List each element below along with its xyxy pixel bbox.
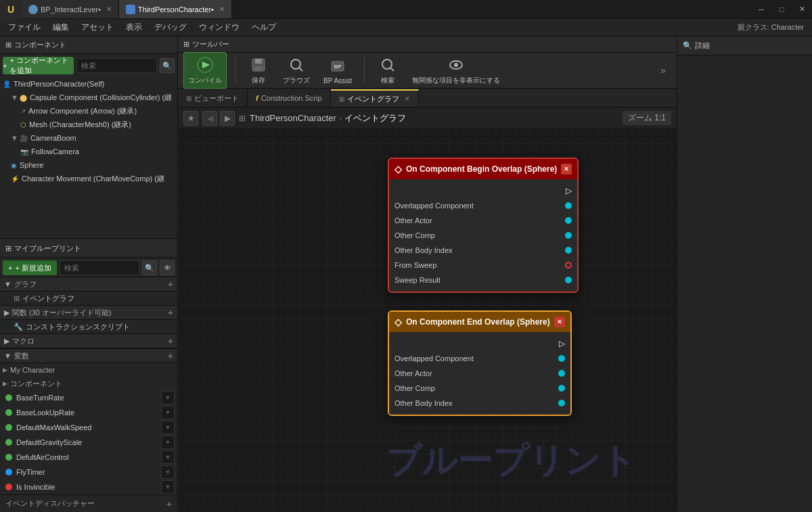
- tab-close-thirdperson[interactable]: ✕: [219, 5, 225, 13]
- var-eye-defultaircontrol[interactable]: ▼: [161, 450, 175, 464]
- tree-item-capsule[interactable]: ▼ ⬤ Capsule Component (CollisionCylinder…: [0, 91, 177, 104]
- nav-forward-button[interactable]: ▶: [220, 111, 235, 126]
- functions-section[interactable]: ▶ 関数 (30 オーバーライド可能) +: [0, 305, 177, 320]
- var-item-baselookuprate[interactable]: BaseLookUpRate ▼: [0, 405, 177, 420]
- tab-viewport[interactable]: ⊞ ビューポート: [178, 89, 248, 107]
- blueprint-grid-icon: ⊞: [5, 244, 12, 253]
- compile-icon: [196, 55, 215, 74]
- component-tree: 👤 ThirdPersonCharacter(Self) ▼ ⬤ Capsule…: [0, 76, 177, 237]
- node-end-overlap-close-button[interactable]: ✕: [554, 317, 565, 327]
- blueprint-search-input[interactable]: [60, 260, 139, 275]
- macros-add-icon[interactable]: +: [168, 335, 173, 346]
- tree-item-sphere[interactable]: ◉ Sphere: [0, 158, 177, 172]
- minimize-button[interactable]: ─: [751, 0, 771, 19]
- browse-button[interactable]: ブラウズ: [279, 53, 314, 88]
- begin-overlap-pin-5-label: Sweep Result: [394, 276, 441, 284]
- functions-add-icon[interactable]: +: [168, 307, 173, 318]
- tree-item-arrow[interactable]: ↗ Arrow Component (Arrow) (継承): [0, 104, 177, 118]
- search-btn[interactable]: 検索: [373, 53, 403, 88]
- graph-add-icon[interactable]: +: [168, 279, 173, 289]
- toolbar-more-button[interactable]: »: [655, 57, 671, 84]
- bc-eventgraph[interactable]: イベントグラフ: [344, 112, 406, 124]
- component-search-input[interactable]: [76, 58, 157, 73]
- var-eye-defaultmaxwalkspeed[interactable]: ▼: [161, 421, 175, 434]
- bp-search-button[interactable]: 🔍: [142, 260, 157, 275]
- tab-bp-interact[interactable]: BP_InteractLever• ✕: [22, 0, 119, 18]
- capsule-icon: ⬤: [20, 94, 27, 101]
- new-add-button[interactable]: + + 新規追加: [3, 260, 57, 275]
- hide-unrelated-button[interactable]: 無関係な項目を非表示にする: [408, 53, 504, 88]
- tab-close-bp-interact[interactable]: ✕: [106, 5, 112, 13]
- tab-construction[interactable]: f Construction Scrip: [248, 89, 331, 107]
- var-item-flytimer[interactable]: FlyTimer ▼: [0, 465, 177, 480]
- save-label: 保存: [252, 76, 265, 85]
- menu-asset[interactable]: アセット: [76, 20, 119, 34]
- var-eye-flytimer[interactable]: ▼: [161, 465, 175, 479]
- tree-item-movement[interactable]: ⚡ Character Movement (CharMoveComp) (継: [0, 172, 177, 185]
- menu-file[interactable]: ファイル: [3, 20, 46, 34]
- construction-tab-f-icon: f: [256, 94, 258, 102]
- tree-item-cameraboom[interactable]: ▼ 🎥 CameraBoom: [0, 131, 177, 145]
- nav-back-button[interactable]: ◀: [202, 111, 217, 126]
- var-label-baselookuprate: BaseLookUpRate: [16, 409, 74, 417]
- tab-icon-thirdperson: [126, 5, 135, 14]
- variables-section-header[interactable]: ▼ 変数 +: [0, 348, 177, 363]
- begin-overlap-pin-3-label: Other Body Index: [394, 246, 453, 254]
- event-dispatcher-add-button[interactable]: +: [166, 498, 172, 509]
- maximize-button[interactable]: □: [771, 0, 792, 19]
- graph-section[interactable]: ▼ グラフ +: [0, 277, 177, 292]
- var-item-defaultgravityscale[interactable]: DefaultGravityScale ▼: [0, 435, 177, 450]
- macros-section[interactable]: ▶ マクロ +: [0, 333, 177, 348]
- bp-canvas[interactable]: ◇ On Component Begin Overlap (Sphere) ✕ …: [178, 129, 677, 512]
- var-item-defultaircontrol[interactable]: DefultAirControl ▼: [0, 450, 177, 465]
- add-component-label: + コンポーネントを追加: [9, 55, 74, 76]
- capsule-arrow: ▼: [11, 93, 18, 101]
- begin-overlap-pin-0: Overlapped Component: [389, 198, 577, 213]
- var-label-is-invincible: Is Invincible: [16, 483, 55, 491]
- tree-item-self[interactable]: 👤 ThirdPersonCharacter(Self): [0, 77, 177, 91]
- event-dispatcher-section[interactable]: イベントディスパッチャー +: [0, 494, 177, 512]
- menu-window[interactable]: ウィンドウ: [194, 20, 245, 34]
- details-panel: 🔍 詳細: [677, 37, 812, 512]
- components-label: コンポーネント: [14, 40, 66, 50]
- var-eye-baseturnrate[interactable]: ▼: [161, 391, 175, 404]
- node-begin-overlap-close-button[interactable]: ✕: [561, 164, 572, 174]
- component-search-button[interactable]: 🔍: [160, 58, 175, 73]
- begin-overlap-exec-out-icon: ▷: [566, 186, 572, 195]
- var-item-defaultmaxwalkspeed[interactable]: DefaultMaxWalkSpeed ▼: [0, 420, 177, 435]
- tree-item-mesh[interactable]: ⬡ Mesh (CharacterMesh0) (継承): [0, 118, 177, 131]
- arrow-comp-icon: ↗: [20, 108, 26, 115]
- var-item-is-invincible[interactable]: Is Invincible ▼: [0, 480, 177, 494]
- bp-assist-label: BP Assist: [323, 77, 352, 85]
- tree-item-followcam[interactable]: 📷 FollowCamera: [0, 145, 177, 158]
- var-eye-baselookuprate[interactable]: ▼: [161, 406, 175, 419]
- svg-rect-3: [254, 66, 263, 70]
- macros-arrow: ▶: [4, 337, 9, 346]
- eventgraph-item[interactable]: ⊞ イベントグラフ: [0, 292, 177, 305]
- save-button[interactable]: 保存: [244, 53, 273, 88]
- tab-thirdperson[interactable]: ThirdPersonCharacter• ✕: [119, 0, 232, 18]
- compile-button[interactable]: コンパイル: [183, 52, 227, 89]
- variables-add-icon[interactable]: +: [168, 350, 173, 361]
- blueprint-label: マイブループリント: [14, 243, 81, 254]
- var-category-mycharacter[interactable]: ▶ My Character: [0, 363, 177, 377]
- var-eye-defaultgravityscale[interactable]: ▼: [161, 436, 175, 449]
- close-button[interactable]: ✕: [792, 0, 812, 19]
- eventgraph-tab-close[interactable]: ✕: [405, 95, 410, 102]
- tab-eventgraph[interactable]: ⊞ イベントグラフ ✕: [331, 89, 419, 107]
- bc-thirdperson[interactable]: ThirdPersonCharacter: [250, 113, 336, 123]
- var-item-baseturnarrate[interactable]: BaseTurnRate ▼: [0, 390, 177, 405]
- bp-eye-button[interactable]: 👁: [160, 260, 175, 275]
- var-category-components[interactable]: ▶ コンポーネント: [0, 377, 177, 390]
- menu-edit[interactable]: 編集: [47, 20, 74, 34]
- browse-icon: [287, 55, 306, 74]
- var-eye-is-invincible[interactable]: ▼: [161, 480, 175, 494]
- nav-bookmark-button[interactable]: ★: [183, 111, 198, 126]
- node-begin-overlap-body: ▷ Overlapped Component Other Actor Other…: [389, 179, 577, 292]
- menu-help[interactable]: ヘルプ: [246, 20, 281, 34]
- menu-debug[interactable]: デバッグ: [149, 20, 192, 34]
- bp-assist-button[interactable]: BP BP Assist: [319, 54, 356, 87]
- add-component-button[interactable]: + + コンポーネントを追加: [3, 57, 74, 74]
- menu-view[interactable]: 表示: [120, 20, 148, 34]
- construction-item[interactable]: 🔧 コンストラクションスクリプト: [0, 320, 177, 333]
